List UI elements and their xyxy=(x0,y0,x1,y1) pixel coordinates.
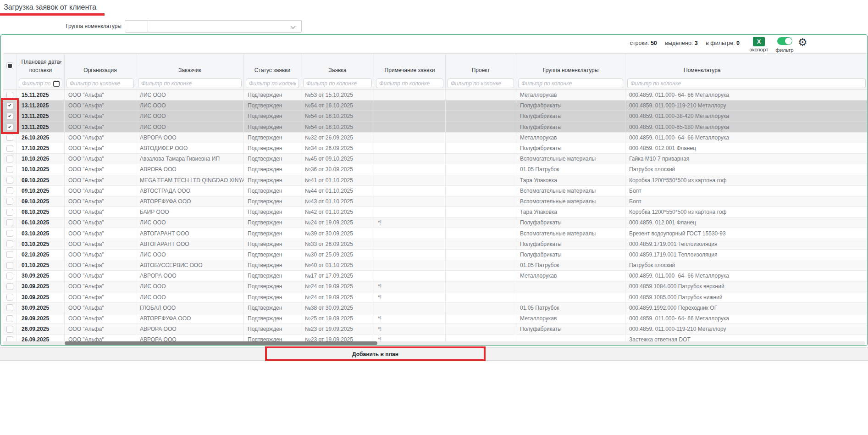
table-row[interactable]: 26.09.2025 ООО "Альфа" АВРОРА ООО Подтве… xyxy=(3,324,868,335)
table-row[interactable]: 09.10.2025 ООО "Альфа" MEGA TEAM TECH LT… xyxy=(3,175,868,186)
row-checkbox[interactable] xyxy=(6,240,13,247)
cell-org: ООО "Альфа" xyxy=(65,164,136,174)
column-header-status[interactable]: Статус заявки xyxy=(244,54,301,78)
table-row[interactable]: 13.11.2025 ООО "Альфа" ЛИС ООО Подтвержд… xyxy=(3,122,868,133)
cell-project xyxy=(446,164,516,174)
cell-order: №30 от 25.09.2025 xyxy=(301,250,374,260)
sort-desc-icon[interactable] xyxy=(58,61,62,64)
cell-org: ООО "Альфа" xyxy=(65,122,136,132)
cell-customer: АВРОРА ООО xyxy=(136,271,244,281)
table-row[interactable]: 30.09.2025 ООО "Альфа" ГЛОБАЛ ООО Подтве… xyxy=(3,303,868,313)
row-checkbox[interactable] xyxy=(6,326,13,333)
row-checkbox[interactable] xyxy=(6,230,13,237)
group-filter-select[interactable] xyxy=(125,20,302,33)
table-row[interactable]: 02.10.2025 ООО "Альфа" ЛИС ООО Подтвержд… xyxy=(3,250,868,260)
cell-date: 08.10.2025 xyxy=(17,207,65,217)
table-row[interactable]: 08.10.2025 ООО "Альфа" БАИР ООО Подтверж… xyxy=(3,207,868,218)
row-checkbox[interactable] xyxy=(6,209,13,216)
cell-project xyxy=(446,90,516,100)
table-row[interactable]: 30.09.2025 ООО "Альфа" ЛИС ООО Подтвержд… xyxy=(3,281,868,292)
table-row[interactable]: 30.09.2025 ООО "Альфа" ЛИС ООО Подтвержд… xyxy=(3,292,868,303)
cell-project xyxy=(446,133,516,143)
export-button[interactable]: X экспорт xyxy=(745,37,773,52)
cell-date: 10.10.2025 xyxy=(17,164,65,174)
row-checkbox[interactable] xyxy=(6,219,13,226)
settings-gear-icon[interactable]: ⚙ xyxy=(798,36,807,48)
column-header-org[interactable]: Организация xyxy=(65,54,136,78)
row-checkbox[interactable] xyxy=(6,187,13,194)
cell-order: №38 от 30.09.2025 xyxy=(301,303,374,313)
table-row[interactable]: 10.10.2025 ООО "Альфа" Авзалова Тамара Г… xyxy=(3,154,868,164)
row-checkbox[interactable] xyxy=(6,294,13,301)
cell-note xyxy=(374,271,446,281)
row-checkbox[interactable] xyxy=(6,315,13,322)
filter-input-project[interactable] xyxy=(448,79,514,88)
row-checkbox[interactable] xyxy=(6,145,13,152)
horizontal-scrollbar[interactable] xyxy=(3,341,865,345)
row-checkbox[interactable] xyxy=(6,304,13,311)
select-all-checkbox[interactable] xyxy=(6,62,13,69)
filter-input-status[interactable] xyxy=(246,79,299,88)
filter-input-item[interactable] xyxy=(628,79,865,88)
column-header-select-all[interactable] xyxy=(3,54,17,78)
row-checkbox[interactable] xyxy=(6,262,13,269)
in-filter-count-value: 0 xyxy=(736,40,740,46)
table-row[interactable]: 15.11.2025 ООО "Альфа" ЛИС ООО Подтвержд… xyxy=(3,90,868,100)
row-checkbox[interactable] xyxy=(6,156,13,162)
table-row[interactable]: 09.10.2025 ООО "Альфа" АВТОСТРАДА ООО По… xyxy=(3,186,868,196)
row-checkbox[interactable] xyxy=(6,273,13,279)
column-header-customer[interactable]: Заказчик xyxy=(136,54,244,78)
cell-item: Гайка М10-7 приварная xyxy=(625,154,868,164)
cell-customer: ЛИС ООО xyxy=(136,250,244,260)
column-header-date[interactable]: Плановая дата поставки xyxy=(17,54,65,78)
row-checkbox[interactable] xyxy=(6,134,13,141)
table-row[interactable]: 03.10.2025 ООО "Альфа" АВТОГАРАНТ ООО По… xyxy=(3,228,868,239)
row-checkbox[interactable] xyxy=(6,177,13,184)
table-row[interactable]: 03.10.2025 ООО "Альфа" АВТОГАРАНТ ООО По… xyxy=(3,239,868,250)
cell-org: ООО "Альфа" xyxy=(65,324,136,334)
table-row[interactable]: 13.11.2025 ООО "Альфа" ЛИС ООО Подтвержд… xyxy=(3,100,868,111)
row-checkbox[interactable] xyxy=(6,283,13,290)
cell-date: 26.10.2025 xyxy=(17,133,65,143)
column-header-group[interactable]: Группа номенклатуры xyxy=(516,54,625,78)
table-row[interactable]: 06.10.2025 ООО "Альфа" ЛИС ООО Подтвержд… xyxy=(3,218,868,228)
row-checkbox[interactable] xyxy=(6,166,13,173)
column-header-order[interactable]: Заявка xyxy=(301,54,374,78)
table-row[interactable]: 30.09.2025 ООО "Альфа" АВРОРА ООО Подтве… xyxy=(3,271,868,281)
cell-date: 26.09.2025 xyxy=(17,324,65,334)
in-filter-count-label: в фильтре: xyxy=(706,40,735,46)
filter-toggle[interactable] xyxy=(777,37,792,45)
column-header-project[interactable]: Проект xyxy=(446,54,516,78)
filter-input-customer[interactable] xyxy=(138,79,241,88)
filter-input-date[interactable] xyxy=(19,79,53,88)
filter-input-order[interactable] xyxy=(304,79,371,88)
filter-input-note[interactable] xyxy=(376,79,443,88)
column-header-note[interactable]: Примечание заявки xyxy=(374,54,446,78)
scrollbar-thumb[interactable] xyxy=(65,341,377,345)
page: Загрузка заявок от клиента Группа номенк… xyxy=(0,0,868,435)
table-row[interactable]: 17.10.2025 ООО "Альфа" АВТОДИФЕР ООО Под… xyxy=(3,143,868,154)
excel-export-icon[interactable]: X xyxy=(753,37,765,46)
table-counts: строки: 50 выделено: 3 в фильтре: 0 xyxy=(630,40,740,46)
row-checkbox[interactable] xyxy=(6,92,13,99)
table-row[interactable]: 13.11.2025 ООО "Альфа" ЛИС ООО Подтвержд… xyxy=(3,111,868,122)
filter-toggle-wrap[interactable]: фильтр xyxy=(773,37,796,53)
cell-item: 000.4859. 011.000-38-420 Металлорука xyxy=(625,111,868,121)
table-row[interactable]: 29.09.2025 ООО "Альфа" АВТОРЕФУФА ООО По… xyxy=(3,313,868,324)
table-row[interactable]: 01.10.2025 ООО "Альфа" АВТОБУССЕРВИС ООО… xyxy=(3,260,868,271)
row-checkbox[interactable] xyxy=(6,198,13,205)
cell-note xyxy=(374,143,446,153)
filter-input-org[interactable] xyxy=(67,79,133,88)
filter-input-group[interactable] xyxy=(519,79,623,88)
cell-customer: АВТОРЕФУФА ООО xyxy=(136,313,244,323)
cell-item: Брезент водоупорный ГОСТ 15530-93 xyxy=(625,228,868,238)
cell-group: Полуфабрикаты xyxy=(516,143,625,153)
cell-customer: ЛИС ООО xyxy=(136,218,244,228)
calendar-icon[interactable] xyxy=(53,80,60,87)
cell-customer: АВТОГАРАНТ ООО xyxy=(136,228,244,238)
row-checkbox[interactable] xyxy=(6,251,13,258)
table-row[interactable]: 09.10.2025 ООО "Альфа" АВТОРЕФУФА ООО По… xyxy=(3,196,868,207)
table-row[interactable]: 10.10.2025 ООО "Альфа" АВРОРА ООО Подтве… xyxy=(3,164,868,175)
column-header-item[interactable]: Номенклатура xyxy=(625,54,868,78)
table-row[interactable]: 26.10.2025 ООО "Альфа" АВРОРА ООО Подтве… xyxy=(3,133,868,143)
